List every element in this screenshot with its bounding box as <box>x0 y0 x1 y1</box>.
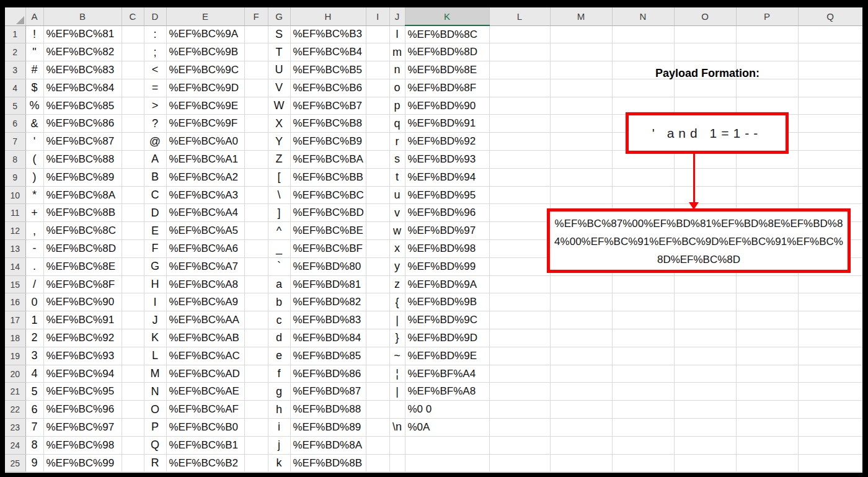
cell-O24[interactable] <box>674 436 736 454</box>
cell-A21[interactable]: 5 <box>25 383 43 401</box>
cell-H24[interactable]: %EF%BD%8A <box>290 436 366 454</box>
cell-I10[interactable] <box>366 186 389 204</box>
cell-G12[interactable]: ^ <box>268 222 290 240</box>
cell-N22[interactable] <box>612 401 674 419</box>
cell-G25[interactable]: k <box>268 454 290 472</box>
cell-L16[interactable] <box>489 293 550 311</box>
row-header-9[interactable]: 9 <box>5 168 25 186</box>
cell-K1[interactable]: %EF%BD%8C <box>405 25 489 43</box>
cell-F2[interactable] <box>244 43 268 61</box>
cell-I3[interactable] <box>366 61 389 79</box>
cell-Q10[interactable] <box>798 186 862 204</box>
cell-G8[interactable]: Z <box>268 151 290 169</box>
cell-P21[interactable] <box>736 383 798 401</box>
column-header-I[interactable]: I <box>366 7 389 25</box>
cell-K13[interactable]: %EF%BD%98 <box>405 240 489 258</box>
cell-I9[interactable] <box>366 168 389 186</box>
cell-L14[interactable] <box>489 257 550 275</box>
cell-D20[interactable]: M <box>144 365 166 383</box>
cell-H6[interactable]: %EF%BC%B8 <box>290 115 366 133</box>
cell-Q18[interactable] <box>798 329 862 347</box>
cell-H8[interactable]: %EF%BC%BA <box>290 151 366 169</box>
cell-O19[interactable] <box>674 347 736 365</box>
cell-J7[interactable]: r <box>389 133 405 151</box>
cell-K22[interactable]: %0 0 <box>405 401 489 419</box>
cell-Q21[interactable] <box>798 383 862 401</box>
row-header-21[interactable]: 21 <box>5 383 25 401</box>
cell-G17[interactable]: c <box>268 311 290 329</box>
cell-O20[interactable] <box>674 365 736 383</box>
cell-I19[interactable] <box>366 347 389 365</box>
cell-D9[interactable]: B <box>144 168 166 186</box>
cell-L15[interactable] <box>489 275 550 293</box>
cell-N2[interactable] <box>612 43 674 61</box>
cell-G24[interactable]: j <box>268 436 290 454</box>
cell-C12[interactable] <box>122 222 144 240</box>
cell-B19[interactable]: %EF%BC%93 <box>43 347 122 365</box>
cell-M2[interactable] <box>550 43 612 61</box>
cell-E17[interactable]: %EF%BC%AA <box>166 311 244 329</box>
cell-D2[interactable]: ; <box>144 43 166 61</box>
cell-G6[interactable]: X <box>268 115 290 133</box>
cell-E20[interactable]: %EF%BC%AD <box>166 365 244 383</box>
cell-G21[interactable]: g <box>268 383 290 401</box>
column-header-A[interactable]: A <box>25 7 43 25</box>
cell-D3[interactable]: < <box>144 61 166 79</box>
cell-K24[interactable] <box>405 436 489 454</box>
cell-C6[interactable] <box>122 115 144 133</box>
cell-B3[interactable]: %EF%BC%83 <box>43 61 122 79</box>
cell-E22[interactable]: %EF%BC%AF <box>166 401 244 419</box>
cell-N4[interactable] <box>612 79 674 97</box>
cell-I25[interactable] <box>366 454 389 472</box>
cell-I7[interactable] <box>366 133 389 151</box>
cell-B21[interactable]: %EF%BC%95 <box>43 383 122 401</box>
cell-K6[interactable]: %EF%BD%91 <box>405 115 489 133</box>
cell-P4[interactable] <box>736 79 798 97</box>
cell-A22[interactable]: 6 <box>25 401 43 419</box>
cell-C21[interactable] <box>122 383 144 401</box>
cell-L13[interactable] <box>489 240 550 258</box>
cell-A8[interactable]: ( <box>25 151 43 169</box>
cell-N16[interactable] <box>612 293 674 311</box>
cell-J6[interactable]: q <box>389 115 405 133</box>
cell-A12[interactable]: , <box>25 222 43 240</box>
cell-N21[interactable] <box>612 383 674 401</box>
cell-A11[interactable]: + <box>25 204 43 222</box>
cell-K25[interactable] <box>405 454 489 472</box>
cell-C15[interactable] <box>122 275 144 293</box>
cell-Q2[interactable] <box>798 43 862 61</box>
cell-M10[interactable] <box>550 186 612 204</box>
row-header-16[interactable]: 16 <box>5 293 25 311</box>
cell-A5[interactable]: % <box>25 97 43 115</box>
cell-B11[interactable]: %EF%BC%8B <box>43 204 122 222</box>
cell-P1[interactable] <box>736 25 798 43</box>
cell-J16[interactable]: { <box>389 293 405 311</box>
cell-F11[interactable] <box>244 204 268 222</box>
cell-J23[interactable]: \n <box>389 419 405 437</box>
cell-B1[interactable]: %EF%BC%81 <box>43 25 122 43</box>
cell-F5[interactable] <box>244 97 268 115</box>
cell-P19[interactable] <box>736 347 798 365</box>
cell-A2[interactable]: " <box>25 43 43 61</box>
cell-K12[interactable]: %EF%BD%97 <box>405 222 489 240</box>
cell-H5[interactable]: %EF%BC%B7 <box>290 97 366 115</box>
column-header-O[interactable]: O <box>674 7 736 25</box>
cell-B25[interactable]: %EF%BC%99 <box>43 454 122 472</box>
cell-O2[interactable] <box>674 43 736 61</box>
column-header-Q[interactable]: Q <box>798 7 862 25</box>
cell-C7[interactable] <box>122 133 144 151</box>
cell-L1[interactable] <box>489 25 550 43</box>
row-header-11[interactable]: 11 <box>5 204 25 222</box>
cell-N18[interactable] <box>612 329 674 347</box>
column-header-F[interactable]: F <box>244 7 268 25</box>
column-header-L[interactable]: L <box>489 7 550 25</box>
cell-M4[interactable] <box>550 79 612 97</box>
cell-J18[interactable]: } <box>389 329 405 347</box>
cell-I18[interactable] <box>366 329 389 347</box>
cell-C1[interactable] <box>122 25 144 43</box>
cell-J20[interactable]: ¦ <box>389 365 405 383</box>
cell-G3[interactable]: U <box>268 61 290 79</box>
cell-E11[interactable]: %EF%BC%A4 <box>166 204 244 222</box>
cell-L24[interactable] <box>489 436 550 454</box>
row-header-22[interactable]: 22 <box>5 401 25 419</box>
